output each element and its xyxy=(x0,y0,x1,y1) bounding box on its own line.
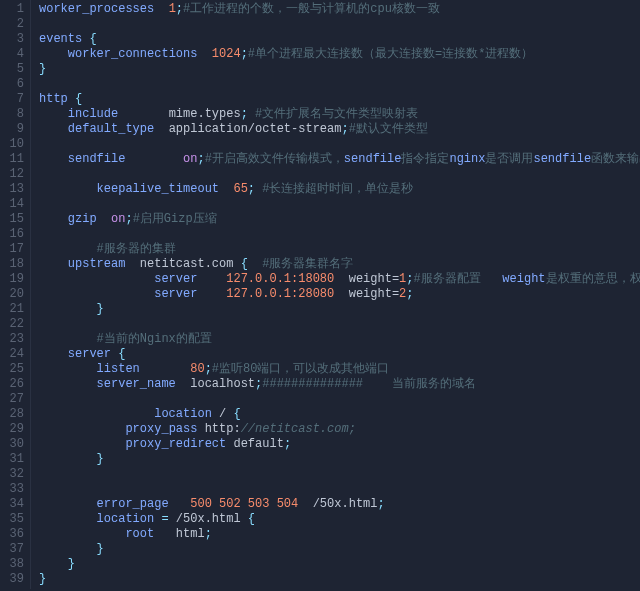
line-number: 36 xyxy=(4,527,24,542)
line-number: 25 xyxy=(4,362,24,377)
line-number: 1 xyxy=(4,2,24,17)
code-line[interactable]: keepalive_timeout 65; #长连接超时时间，单位是秒 xyxy=(39,182,640,197)
line-number: 26 xyxy=(4,377,24,392)
code-line[interactable]: default_type application/octet-stream;#默… xyxy=(39,122,640,137)
line-number: 8 xyxy=(4,107,24,122)
code-area[interactable]: worker_processes 1;#工作进程的个数，一般与计算机的cpu核数… xyxy=(31,0,640,589)
line-number: 38 xyxy=(4,557,24,572)
line-number: 19 xyxy=(4,272,24,287)
line-number: 31 xyxy=(4,452,24,467)
line-number: 23 xyxy=(4,332,24,347)
code-line[interactable]: listen 80;#监听80端口，可以改成其他端口 xyxy=(39,362,640,377)
code-line[interactable] xyxy=(39,137,640,152)
code-line[interactable]: sendfile on;#开启高效文件传输模式，sendfile指令指定ngin… xyxy=(39,152,640,167)
line-number: 17 xyxy=(4,242,24,257)
line-number: 11 xyxy=(4,152,24,167)
code-editor[interactable]: 1234567891011121314151617181920212223242… xyxy=(0,0,640,589)
code-line[interactable]: gzip on;#启用Gizp压缩 xyxy=(39,212,640,227)
code-line[interactable]: error_page 500 502 503 504 /50x.html; xyxy=(39,497,640,512)
line-number: 30 xyxy=(4,437,24,452)
code-line[interactable]: events { xyxy=(39,32,640,47)
code-line[interactable] xyxy=(39,17,640,32)
code-line[interactable] xyxy=(39,77,640,92)
code-line[interactable]: #服务器的集群 xyxy=(39,242,640,257)
line-number: 22 xyxy=(4,317,24,332)
code-line[interactable]: } xyxy=(39,572,640,587)
line-number: 27 xyxy=(4,392,24,407)
code-line[interactable]: server 127.0.0.1:28080 weight=2; xyxy=(39,287,640,302)
line-number: 16 xyxy=(4,227,24,242)
code-line[interactable]: root html; xyxy=(39,527,640,542)
code-line[interactable]: proxy_redirect default; xyxy=(39,437,640,452)
code-line[interactable]: server_name localhost;############## 当前服… xyxy=(39,377,640,392)
code-line[interactable]: server 127.0.0.1:18080 weight=1;#服务器配置 w… xyxy=(39,272,640,287)
code-line[interactable]: server { xyxy=(39,347,640,362)
code-line[interactable]: location / { xyxy=(39,407,640,422)
line-number: 39 xyxy=(4,572,24,587)
code-line[interactable] xyxy=(39,317,640,332)
code-line[interactable] xyxy=(39,467,640,482)
line-number: 24 xyxy=(4,347,24,362)
code-line[interactable] xyxy=(39,482,640,497)
code-line[interactable]: } xyxy=(39,302,640,317)
line-number: 2 xyxy=(4,17,24,32)
code-line[interactable]: http { xyxy=(39,92,640,107)
line-number: 32 xyxy=(4,467,24,482)
line-number: 6 xyxy=(4,77,24,92)
code-line[interactable]: #当前的Nginx的配置 xyxy=(39,332,640,347)
line-number: 28 xyxy=(4,407,24,422)
code-line[interactable]: } xyxy=(39,557,640,572)
line-number: 21 xyxy=(4,302,24,317)
line-number: 37 xyxy=(4,542,24,557)
code-line[interactable]: location = /50x.html { xyxy=(39,512,640,527)
code-line[interactable]: worker_processes 1;#工作进程的个数，一般与计算机的cpu核数… xyxy=(39,2,640,17)
code-line[interactable]: proxy_pass http://netitcast.com; xyxy=(39,422,640,437)
code-line[interactable] xyxy=(39,227,640,242)
line-number: 12 xyxy=(4,167,24,182)
code-line[interactable]: } xyxy=(39,452,640,467)
code-line[interactable] xyxy=(39,392,640,407)
line-number: 29 xyxy=(4,422,24,437)
line-number: 13 xyxy=(4,182,24,197)
line-number: 15 xyxy=(4,212,24,227)
line-number: 18 xyxy=(4,257,24,272)
code-line[interactable]: include mime.types; #文件扩展名与文件类型映射表 xyxy=(39,107,640,122)
line-number-gutter: 1234567891011121314151617181920212223242… xyxy=(0,0,31,589)
line-number: 9 xyxy=(4,122,24,137)
code-line[interactable]: } xyxy=(39,62,640,77)
line-number: 3 xyxy=(4,32,24,47)
line-number: 5 xyxy=(4,62,24,77)
line-number: 14 xyxy=(4,197,24,212)
line-number: 10 xyxy=(4,137,24,152)
line-number: 34 xyxy=(4,497,24,512)
line-number: 7 xyxy=(4,92,24,107)
line-number: 35 xyxy=(4,512,24,527)
code-line[interactable]: upstream netitcast.com { #服务器集群名字 xyxy=(39,257,640,272)
line-number: 4 xyxy=(4,47,24,62)
line-number: 33 xyxy=(4,482,24,497)
code-line[interactable]: } xyxy=(39,542,640,557)
line-number: 20 xyxy=(4,287,24,302)
code-line[interactable]: worker_connections 1024;#单个进程最大连接数（最大连接数… xyxy=(39,47,640,62)
code-line[interactable] xyxy=(39,197,640,212)
code-line[interactable] xyxy=(39,167,640,182)
